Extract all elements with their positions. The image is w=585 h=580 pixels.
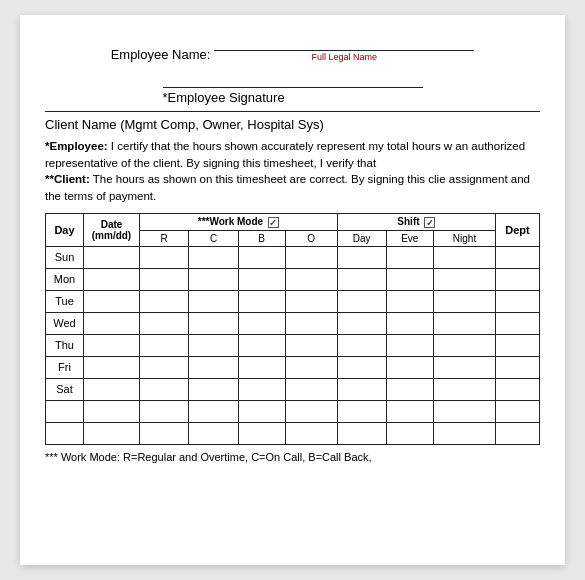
shift-day-cell[interactable] bbox=[337, 246, 386, 268]
date-cell[interactable] bbox=[84, 378, 140, 400]
shift-night-cell[interactable] bbox=[434, 334, 496, 356]
dept-cell[interactable] bbox=[496, 312, 540, 334]
signature-line[interactable] bbox=[163, 72, 423, 88]
wm-r-cell[interactable] bbox=[140, 356, 189, 378]
name-underline[interactable] bbox=[214, 35, 474, 51]
wm-o-cell[interactable] bbox=[285, 290, 337, 312]
date-cell[interactable] bbox=[84, 290, 140, 312]
sub-header-night: Night bbox=[434, 230, 496, 246]
wm-o-cell[interactable] bbox=[285, 356, 337, 378]
wm-b-cell[interactable] bbox=[238, 356, 285, 378]
shift-eve-cell[interactable] bbox=[386, 378, 434, 400]
date-cell[interactable] bbox=[84, 268, 140, 290]
dept-cell[interactable] bbox=[496, 400, 540, 422]
wm-c-cell[interactable] bbox=[189, 268, 238, 290]
table-row: Fri bbox=[46, 356, 540, 378]
shift-day-cell[interactable] bbox=[337, 378, 386, 400]
shift-night-cell[interactable] bbox=[434, 400, 496, 422]
shift-eve-cell[interactable] bbox=[386, 268, 434, 290]
wm-r-cell[interactable] bbox=[140, 400, 189, 422]
shift-eve-cell[interactable] bbox=[386, 356, 434, 378]
wm-c-cell[interactable] bbox=[189, 400, 238, 422]
dept-cell[interactable] bbox=[496, 334, 540, 356]
table-row: Tue bbox=[46, 290, 540, 312]
shift-eve-cell[interactable] bbox=[386, 334, 434, 356]
wm-c-cell[interactable] bbox=[189, 290, 238, 312]
table-row: Thu bbox=[46, 334, 540, 356]
wm-b-cell[interactable] bbox=[238, 378, 285, 400]
signature-row: *Employee Signature bbox=[45, 72, 540, 105]
shift-label: Shift bbox=[397, 216, 419, 227]
shift-eve-cell[interactable] bbox=[386, 246, 434, 268]
wm-o-cell[interactable] bbox=[285, 246, 337, 268]
shift-day-cell[interactable] bbox=[337, 356, 386, 378]
wm-r-cell[interactable] bbox=[140, 268, 189, 290]
wm-r-cell[interactable] bbox=[140, 378, 189, 400]
date-cell[interactable] bbox=[84, 246, 140, 268]
wm-b-cell[interactable] bbox=[238, 334, 285, 356]
wm-b-cell[interactable] bbox=[238, 268, 285, 290]
col-header-dept: Dept bbox=[496, 213, 540, 246]
shift-eve-cell[interactable] bbox=[386, 400, 434, 422]
shift-night-cell[interactable] bbox=[434, 378, 496, 400]
table-row: Wed bbox=[46, 312, 540, 334]
shift-night-cell[interactable] bbox=[434, 422, 496, 444]
wm-b-cell[interactable] bbox=[238, 312, 285, 334]
dept-cell[interactable] bbox=[496, 422, 540, 444]
wm-r-cell[interactable] bbox=[140, 312, 189, 334]
shift-day-cell[interactable] bbox=[337, 268, 386, 290]
wm-o-cell[interactable] bbox=[285, 422, 337, 444]
wm-b-cell[interactable] bbox=[238, 400, 285, 422]
wm-c-cell[interactable] bbox=[189, 422, 238, 444]
wm-r-cell[interactable] bbox=[140, 334, 189, 356]
wm-b-cell[interactable] bbox=[238, 246, 285, 268]
table-row bbox=[46, 422, 540, 444]
date-cell[interactable] bbox=[84, 422, 140, 444]
shift-night-cell[interactable] bbox=[434, 312, 496, 334]
dept-cell[interactable] bbox=[496, 378, 540, 400]
dept-cell[interactable] bbox=[496, 290, 540, 312]
wm-c-cell[interactable] bbox=[189, 312, 238, 334]
dept-cell[interactable] bbox=[496, 246, 540, 268]
wm-r-cell[interactable] bbox=[140, 246, 189, 268]
shift-night-cell[interactable] bbox=[434, 246, 496, 268]
wm-o-cell[interactable] bbox=[285, 334, 337, 356]
day-cell: Tue bbox=[46, 290, 84, 312]
shift-night-cell[interactable] bbox=[434, 268, 496, 290]
shift-night-cell[interactable] bbox=[434, 356, 496, 378]
sub-header-day: Day bbox=[337, 230, 386, 246]
date-cell[interactable] bbox=[84, 312, 140, 334]
shift-day-cell[interactable] bbox=[337, 290, 386, 312]
wm-o-cell[interactable] bbox=[285, 268, 337, 290]
table-header-row: Day Date (mm/dd) ***Work Mode ✓ Shift ✓ … bbox=[46, 213, 540, 230]
shift-day-cell[interactable] bbox=[337, 422, 386, 444]
shift-day-cell[interactable] bbox=[337, 312, 386, 334]
wm-c-cell[interactable] bbox=[189, 378, 238, 400]
dept-cell[interactable] bbox=[496, 356, 540, 378]
dept-cell[interactable] bbox=[496, 268, 540, 290]
wm-c-cell[interactable] bbox=[189, 246, 238, 268]
day-cell: Thu bbox=[46, 334, 84, 356]
date-cell[interactable] bbox=[84, 400, 140, 422]
wm-b-cell[interactable] bbox=[238, 290, 285, 312]
wm-o-cell[interactable] bbox=[285, 378, 337, 400]
shift-day-cell[interactable] bbox=[337, 334, 386, 356]
shift-night-cell[interactable] bbox=[434, 290, 496, 312]
wm-o-cell[interactable] bbox=[285, 400, 337, 422]
wm-r-cell[interactable] bbox=[140, 422, 189, 444]
shift-checkbox[interactable]: ✓ bbox=[424, 217, 435, 228]
wm-r-cell[interactable] bbox=[140, 290, 189, 312]
work-mode-checkbox[interactable]: ✓ bbox=[268, 217, 279, 228]
date-cell[interactable] bbox=[84, 356, 140, 378]
shift-eve-cell[interactable] bbox=[386, 312, 434, 334]
wm-o-cell[interactable] bbox=[285, 312, 337, 334]
wm-b-cell[interactable] bbox=[238, 422, 285, 444]
shift-eve-cell[interactable] bbox=[386, 290, 434, 312]
shift-eve-cell[interactable] bbox=[386, 422, 434, 444]
wm-c-cell[interactable] bbox=[189, 334, 238, 356]
date-cell[interactable] bbox=[84, 334, 140, 356]
shift-day-cell[interactable] bbox=[337, 400, 386, 422]
wm-c-cell[interactable] bbox=[189, 356, 238, 378]
client-name-row: Client Name (Mgmt Comp, Owner, Hospital … bbox=[45, 111, 540, 132]
table-row: Sun bbox=[46, 246, 540, 268]
